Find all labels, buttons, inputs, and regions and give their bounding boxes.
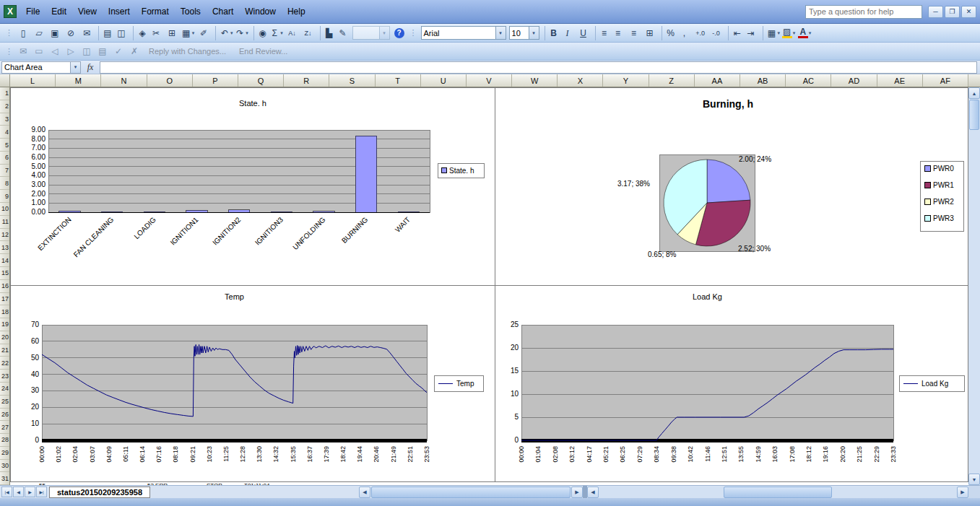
chart-canvas-state[interactable]: State. h0.001.002.003.004.005.006.007.00… bbox=[11, 88, 495, 285]
reply-with-changes-button[interactable]: Reply with Changes... bbox=[142, 47, 233, 56]
paste-icon[interactable]: ▦▾ bbox=[181, 26, 195, 40]
prev-sheet-button[interactable]: ◀ bbox=[13, 487, 24, 497]
column-header-w[interactable]: W bbox=[512, 74, 558, 87]
chevron-down-icon[interactable]: ▾ bbox=[529, 27, 539, 39]
column-header-v[interactable]: V bbox=[467, 74, 512, 87]
scroll-left-icon[interactable]: ◀ bbox=[359, 487, 370, 498]
menu-window[interactable]: Window bbox=[239, 4, 282, 19]
row-header-24[interactable]: 24 bbox=[0, 383, 9, 396]
chevron-down-icon[interactable]: ▾ bbox=[495, 27, 506, 39]
row-header-23[interactable]: 23 bbox=[0, 370, 9, 383]
row-header-30[interactable]: 30 bbox=[0, 460, 9, 473]
print-icon[interactable]: ▤ bbox=[98, 26, 113, 40]
row-header-26[interactable]: 26 bbox=[0, 409, 9, 422]
chart-canvas-load[interactable]: Load Kg051015202500:0001:0402:0803:1204:… bbox=[495, 286, 968, 481]
bold-button[interactable]: B bbox=[545, 26, 559, 40]
row-header-10[interactable]: 10 bbox=[0, 203, 9, 216]
font-color-button[interactable]: A▾ bbox=[797, 26, 812, 40]
row-header-28[interactable]: 28 bbox=[0, 434, 9, 447]
column-header-q[interactable]: Q bbox=[238, 74, 284, 87]
font-size-combo[interactable]: 10 ▾ bbox=[509, 26, 539, 40]
row-header-21[interactable]: 21 bbox=[0, 344, 9, 357]
column-header-u[interactable]: U bbox=[421, 74, 467, 87]
select-all-corner[interactable] bbox=[0, 74, 10, 87]
column-header-l[interactable]: L bbox=[10, 74, 56, 87]
menu-help[interactable]: Help bbox=[282, 4, 311, 19]
chevron-down-icon[interactable]: ▾ bbox=[809, 30, 812, 36]
show-comments-icon[interactable]: ◫ bbox=[79, 44, 94, 58]
email-icon[interactable]: ✉ bbox=[79, 26, 94, 40]
load-line-chart[interactable]: Load Kg051015202500:0001:0402:0803:1204:… bbox=[495, 285, 968, 482]
close-button[interactable]: ✕ bbox=[961, 6, 976, 18]
row-header-8[interactable]: 8 bbox=[0, 177, 9, 190]
row-header-11[interactable]: 11 bbox=[0, 216, 9, 229]
undo-icon[interactable]: ↶▾ bbox=[215, 26, 233, 40]
column-header-ab[interactable]: AB bbox=[740, 74, 786, 87]
fill-color-button[interactable]: ▨▾ bbox=[781, 26, 796, 40]
open-icon[interactable]: ▱ bbox=[32, 26, 46, 40]
format-painter-icon[interactable]: ✐ bbox=[196, 26, 211, 40]
chevron-down-icon[interactable]: ▾ bbox=[379, 27, 389, 39]
next-sheet-button[interactable]: ▶ bbox=[25, 487, 35, 497]
chevron-down-icon[interactable]: ▾ bbox=[793, 30, 796, 36]
scroll-left-icon[interactable]: ◀ bbox=[587, 487, 599, 498]
next-comment-icon[interactable]: ▷ bbox=[64, 44, 78, 58]
formula-input[interactable] bbox=[100, 61, 977, 74]
column-header-p[interactable]: P bbox=[193, 74, 238, 87]
research-icon[interactable]: ◈ bbox=[133, 26, 147, 40]
menu-tools[interactable]: Tools bbox=[175, 4, 207, 19]
sheet-tab[interactable]: status20150209235958 bbox=[49, 487, 150, 498]
borders-button[interactable]: ▦▾ bbox=[763, 26, 781, 40]
row-header-3[interactable]: 3 bbox=[0, 113, 9, 126]
vertical-scrollbar[interactable]: ▲ ▼ bbox=[968, 87, 980, 485]
row-header-7[interactable]: 7 bbox=[0, 165, 9, 178]
chart-canvas-burning[interactable]: Burning, h2.00; 24%2.52; 30%0.65; 8%3.17… bbox=[495, 88, 968, 285]
row-header-31[interactable]: 31 bbox=[0, 472, 9, 485]
sort-descending-icon[interactable]: Z↓ bbox=[301, 26, 316, 40]
row-header-15[interactable]: 15 bbox=[0, 267, 9, 280]
column-header-s[interactable]: S bbox=[329, 74, 375, 87]
hyperlink-icon[interactable]: ◉ bbox=[253, 26, 268, 40]
question-help-input[interactable] bbox=[805, 5, 922, 19]
restore-button[interactable]: ❐ bbox=[945, 6, 960, 18]
help-icon[interactable]: ? bbox=[392, 26, 407, 40]
column-header-o[interactable]: O bbox=[147, 74, 193, 87]
right-pane-horizontal-scrollbar[interactable]: ◀ ▶ bbox=[587, 487, 968, 498]
align-right-button[interactable]: ≡ bbox=[627, 26, 641, 40]
row-header-6[interactable]: 6 bbox=[0, 152, 9, 165]
row-header-12[interactable]: 12 bbox=[0, 229, 9, 242]
row-header-19[interactable]: 19 bbox=[0, 318, 9, 331]
scroll-right-icon[interactable]: ▶ bbox=[957, 487, 968, 498]
minimize-button[interactable]: ─ bbox=[928, 6, 943, 18]
envelope-icon[interactable]: ✉ bbox=[16, 44, 30, 58]
chart-wizard-icon[interactable]: ▙ bbox=[320, 26, 334, 40]
row-header-20[interactable]: 20 bbox=[0, 331, 9, 344]
menu-chart[interactable]: Chart bbox=[207, 4, 239, 19]
row-header-9[interactable]: 9 bbox=[0, 190, 9, 203]
column-header-aa[interactable]: AA bbox=[695, 74, 740, 87]
column-header-ae[interactable]: AE bbox=[877, 74, 923, 87]
toolbar-grip[interactable]: ⋮ bbox=[5, 47, 13, 56]
column-header-x[interactable]: X bbox=[558, 74, 603, 87]
autosum-icon[interactable]: Σ▾ bbox=[269, 26, 284, 40]
row-header-22[interactable]: 22 bbox=[0, 357, 9, 370]
row-header-5[interactable]: 5 bbox=[0, 139, 9, 152]
row-header-2[interactable]: 2 bbox=[0, 100, 9, 113]
chevron-down-icon[interactable]: ▾ bbox=[230, 30, 233, 36]
comment-icon[interactable]: ▭ bbox=[32, 44, 46, 58]
column-header-r[interactable]: R bbox=[284, 74, 329, 87]
column-header-z[interactable]: Z bbox=[649, 74, 695, 87]
state-bar-chart[interactable]: State. h0.001.002.003.004.005.006.007.00… bbox=[10, 87, 495, 286]
new-icon[interactable]: ▯ bbox=[16, 26, 30, 40]
column-header-af[interactable]: AF bbox=[923, 74, 968, 87]
name-box[interactable]: Chart Area bbox=[1, 61, 71, 74]
menu-insert[interactable]: Insert bbox=[103, 4, 136, 19]
row-header-29[interactable]: 29 bbox=[0, 447, 9, 460]
horizontal-scroll-track[interactable] bbox=[832, 487, 957, 498]
first-sheet-button[interactable]: |◀ bbox=[1, 487, 12, 497]
row-header-1[interactable]: 1 bbox=[0, 87, 9, 100]
insert-function-button[interactable]: fx bbox=[81, 62, 100, 73]
percent-style-button[interactable]: % bbox=[662, 26, 676, 40]
row-header-17[interactable]: 17 bbox=[0, 293, 9, 306]
right-horizontal-scroll-thumb[interactable] bbox=[724, 487, 832, 498]
